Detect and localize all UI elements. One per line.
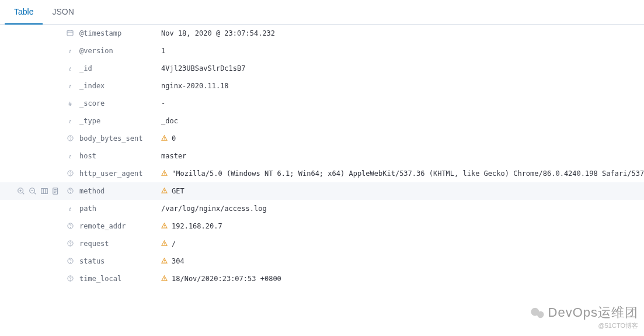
unknown-type-icon [65,170,75,178]
svg-point-203 [70,244,71,245]
svg-point-135 [70,174,71,175]
field-value: 1 [161,47,644,55]
svg-point-155 [164,192,165,192]
svg-point-241 [164,279,165,280]
field-value: GET [161,187,644,195]
field-value: 304 [161,257,644,265]
field-name: remote_addr [79,222,161,230]
svg-point-187 [164,227,165,227]
field-row: method GET [0,182,644,200]
filter-remove-icon[interactable] [28,186,37,196]
warning-icon [161,222,168,229]
warning-icon [161,134,168,141]
warning-icon [161,275,168,282]
field-value: master [161,152,644,160]
unknown-type-icon [65,135,75,143]
text-type-icon: t [65,65,75,72]
field-value: "Mozilla/5.0 (Windows NT 6.1; Win64; x64… [161,169,644,178]
field-row: t path /var/log/nginx/access.log [0,200,644,217]
field-row: t @version 1 [0,42,644,60]
unknown-type-icon [65,240,75,248]
field-value: - [161,99,644,108]
field-value: /var/log/nginx/access.log [161,205,644,213]
exists-filter-icon[interactable] [51,186,61,196]
warning-icon [161,169,168,176]
svg-point-103 [70,139,71,140]
svg-point-105 [164,139,165,140]
field-name: body_bytes_sent [79,134,161,143]
field-value: 192.168.20.7 [161,222,644,230]
warning-icon [161,187,168,194]
field-value: nginx-2020.11.18 [161,82,644,90]
field-row: @timestamp Nov 18, 2020 @ 23:07:54.232 [0,25,644,42]
svg-point-137 [164,174,165,175]
field-name: request [79,240,161,248]
field-value: 18/Nov/2020:23:07:53 +0800 [161,275,644,283]
field-name: _index [79,82,161,90]
tab-table[interactable]: Table [5,0,43,25]
field-value: / [161,240,644,248]
field-row: remote_addr 192.168.20.7 [0,217,644,235]
doc-viewer-tabs: Table JSON [0,0,644,25]
row-actions [0,186,65,196]
field-row: time_local 18/Nov/2020:23:07:53 +0800 [0,270,644,287]
field-value: Nov 18, 2020 @ 23:07:54.232 [161,29,644,37]
field-name: _type [79,117,161,125]
field-value: _doc [161,117,644,125]
warning-icon [161,240,168,247]
field-value: 4Vjl23UBSavSlrDc1sB7 [161,64,644,72]
field-name: _score [79,99,161,108]
field-row: t _type _doc [0,112,644,130]
field-name: _id [79,64,161,72]
number-type-icon: # [65,100,75,107]
field-name: host [79,152,161,160]
svg-rect-145 [41,189,48,194]
text-type-icon: t [65,153,75,160]
field-name: time_local [79,275,161,283]
toggle-column-icon[interactable] [40,186,49,196]
unknown-type-icon [65,275,75,283]
field-name: http_user_agent [79,169,161,178]
field-name: path [79,205,161,213]
svg-line-143 [34,193,36,195]
text-type-icon: t [65,205,75,212]
text-type-icon: t [65,47,75,54]
field-value: 0 [161,134,644,143]
svg-point-205 [164,244,165,245]
tab-json[interactable]: JSON [43,0,83,24]
svg-point-221 [70,262,71,262]
svg-point-153 [70,192,71,192]
field-name: @timestamp [79,29,161,37]
text-type-icon: t [65,82,75,89]
unknown-type-icon [65,188,75,195]
text-type-icon: t [65,117,75,124]
field-row: status 304 [0,252,644,270]
field-row: t _id 4Vjl23UBSavSlrDc1sB7 [0,60,644,77]
svg-line-139 [23,193,25,195]
field-row: # _score - [0,95,644,112]
field-row: request / [0,235,644,252]
field-row: http_user_agent "Mozilla/5.0 (Windows NT… [0,165,644,182]
field-list: @timestamp Nov 18, 2020 @ 23:07:54.232 t… [0,25,644,287]
field-row: body_bytes_sent 0 [0,130,644,147]
warning-icon [161,257,168,264]
svg-point-185 [70,227,71,227]
svg-point-223 [164,262,165,262]
field-row: t host master [0,147,644,165]
svg-point-239 [70,279,71,280]
field-name: method [79,187,161,195]
unknown-type-icon [65,258,75,265]
calendar-icon [65,29,75,37]
field-name: @version [79,47,161,55]
unknown-type-icon [65,223,75,230]
filter-add-icon[interactable] [16,186,26,196]
field-name: status [79,257,161,265]
field-row: t _index nginx-2020.11.18 [0,77,644,95]
svg-rect-14 [67,30,73,36]
